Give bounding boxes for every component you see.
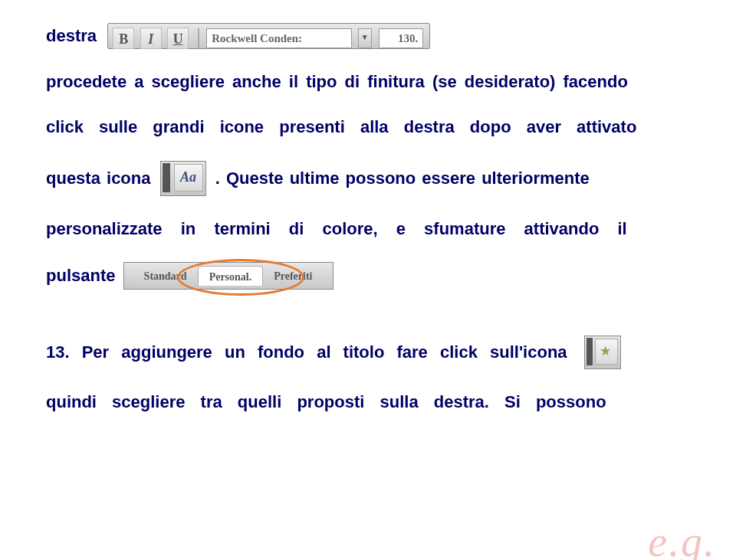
tab-preferiti[interactable]: Preferiti bbox=[263, 266, 323, 286]
toolbar-separator bbox=[198, 28, 199, 48]
paragraph-line-3b: . Queste ultime possono essere ulteriorm… bbox=[215, 168, 590, 187]
text-destra-1: destra bbox=[46, 26, 97, 45]
font-name-dropdown[interactable]: Rockwell Conden: bbox=[206, 28, 352, 48]
paragraph-line-4: personalizzate in termini di colore, e s… bbox=[46, 218, 690, 241]
font-size-dropdown[interactable]: 130. bbox=[379, 28, 423, 48]
italic-button[interactable]: I bbox=[140, 28, 162, 49]
tabs-widget: Standard Personal. Preferiti bbox=[123, 262, 334, 290]
paragraph-line-6: 13. Per aggiungere un fondo al titolo fa… bbox=[46, 342, 580, 362]
dropdown-arrow-icon[interactable]: ▼ bbox=[358, 28, 372, 48]
aa-icon-label: Aa bbox=[174, 164, 203, 192]
watermark-text: e.g. bbox=[648, 517, 716, 560]
background-icon-inner bbox=[595, 339, 618, 365]
underline-button[interactable]: U bbox=[167, 28, 189, 49]
tab-personal[interactable]: Personal. bbox=[198, 266, 264, 286]
finish-icon[interactable]: Aa bbox=[160, 161, 206, 196]
paragraph-line-3a: questa icona bbox=[46, 168, 157, 187]
tab-standard[interactable]: Standard bbox=[133, 266, 198, 286]
paragraph-line-7: quindi scegliere tra quelli proposti sul… bbox=[46, 391, 690, 414]
background-icon[interactable] bbox=[584, 336, 621, 369]
bold-button[interactable]: B bbox=[113, 28, 134, 49]
formatting-toolbar: B I U Rockwell Conden: ▼ 130. bbox=[107, 23, 430, 49]
paragraph-line-2: click sulle grandi icone presenti alla d… bbox=[46, 116, 690, 139]
paragraph-line-1: procedete a scegliere anche il tipo di f… bbox=[46, 70, 690, 94]
paragraph-line-5: pulsante bbox=[46, 266, 115, 285]
